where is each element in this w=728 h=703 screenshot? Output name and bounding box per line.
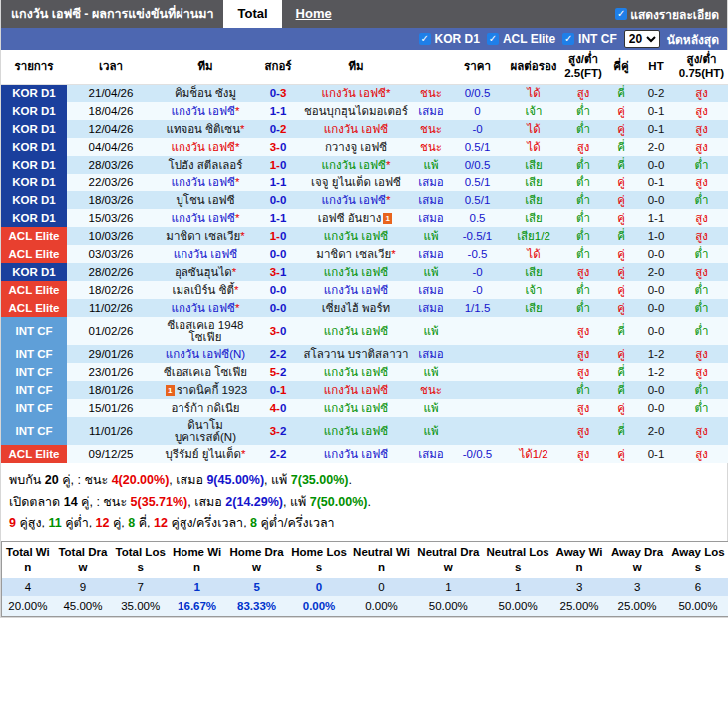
result-label: เสมอ	[412, 174, 450, 191]
half-time-score: 2-0	[638, 263, 674, 281]
away-team: เจจู ยูไนเต็ด เอฟซี	[300, 174, 412, 191]
home-asterisk: *	[235, 141, 239, 153]
tab-home[interactable]: Home	[282, 0, 346, 28]
away-goals: 0	[280, 402, 286, 414]
match-date: 15/03/26	[67, 209, 155, 227]
team-name: แกงวัน เอฟซี	[172, 302, 235, 314]
result-label: เสมอ	[412, 102, 450, 120]
home-asterisk: *	[240, 123, 244, 135]
half-time-score: 1-2	[638, 345, 674, 363]
handicap-result: เสีย	[505, 174, 562, 191]
stats-count: 3	[552, 578, 607, 596]
summary-segment: คู่สูง/ครึ่งเวลา,	[168, 516, 250, 529]
odd-even-result: คู่	[604, 281, 638, 299]
column-header: สูง/ต่ำ 2.5(FT)	[562, 50, 604, 84]
checkbox-icon[interactable]: ✓	[419, 33, 431, 45]
show-details-toggle[interactable]: ✓ แสดงรายละเอียด	[615, 5, 727, 24]
over-under-ht: สูง	[674, 363, 728, 381]
handicap-odds	[450, 417, 505, 445]
full-time-score: 0-3	[256, 84, 300, 102]
result-label: ชนะ	[412, 138, 450, 156]
summary-segment: 5(35.71%)	[131, 495, 188, 509]
over-under-ft: สูง	[562, 363, 604, 381]
match-row: KOR D104/04/26แกงวัน เอฟซี*3-0กวางจู เอฟ…	[1, 138, 728, 156]
filter-int-cf[interactable]: ✓ INT CF	[562, 32, 617, 46]
over-under-ft: ต่ำ	[562, 209, 604, 227]
handicap-result: ได้	[505, 120, 562, 138]
away-team: แกงวัน เอฟซี	[300, 417, 412, 445]
team-name: แกงวัน เอฟซี	[324, 402, 388, 414]
half-time-score: 0-0	[638, 381, 674, 399]
column-header: สูง/ต่ำ 0.75(HT)	[674, 50, 728, 84]
away-team: สโลวาน บราติสลาวา	[300, 345, 412, 363]
team-name: เจจู ยูไนเต็ด เอฟซี	[311, 176, 401, 188]
summary-segment: คู่, : ชนะ	[59, 473, 112, 487]
half-time-score: 0-1	[638, 102, 674, 120]
handicap-result: เสีย	[505, 263, 562, 281]
summary-segment: 7(35.00%)	[291, 473, 349, 487]
team-name: แกงวัน เอฟซี	[322, 159, 386, 171]
league-badge: KOR D1	[1, 174, 67, 191]
page-title: แกงวัน เอฟซี - ผลการแข่งขันที่ผ่านมา	[1, 4, 223, 24]
full-time-score: 0-0	[256, 245, 300, 263]
full-time-score: 1-1	[256, 174, 300, 191]
filter-kor-d1[interactable]: ✓ KOR D1	[419, 32, 480, 46]
summary-segment: 11	[48, 516, 61, 529]
match-row: KOR D128/03/26โปฮัง สตีลเลอร์1-0แกงวัน เ…	[1, 156, 728, 174]
home-asterisk: *	[232, 266, 236, 278]
handicap-result: เสีย	[505, 156, 562, 174]
show-details-checkbox-icon[interactable]: ✓	[615, 8, 627, 20]
away-goals: 0	[280, 159, 286, 171]
home-asterisk: *	[235, 212, 239, 224]
over-under-ft: สูง	[562, 138, 604, 156]
match-date: 11/02/26	[67, 299, 155, 317]
stats-percent: 25.00%	[552, 596, 607, 617]
full-time-score: 1-1	[256, 102, 300, 120]
match-count-suffix-label: นัดหลังสุด	[667, 30, 719, 49]
match-date: 18/04/26	[67, 102, 155, 120]
home-asterisk: *	[235, 176, 239, 188]
handicap-odds: -0	[450, 120, 505, 138]
over-under-ft: ต่ำ	[562, 281, 604, 299]
league-badge: ACL Elite	[1, 227, 67, 245]
handicap-odds	[450, 345, 505, 363]
league-badge: KOR D1	[1, 138, 67, 156]
full-time-score: 3-0	[256, 317, 300, 345]
handicap-odds: 0.5/1	[450, 174, 505, 191]
match-count-select[interactable]: 20	[624, 30, 660, 48]
result-label: เสมอ	[412, 299, 450, 317]
tab-total[interactable]: Total	[223, 0, 281, 28]
away-team: เซี่ยงไฮ้ พอร์ท	[300, 299, 412, 317]
handicap-result	[505, 345, 562, 363]
checkbox-icon[interactable]: ✓	[487, 33, 499, 45]
checkbox-icon[interactable]: ✓	[562, 33, 574, 45]
match-date: 23/01/26	[67, 363, 155, 381]
team-name: แกงวัน เอฟซี	[324, 425, 388, 437]
summary-segment: คู่, : ชนะ	[78, 495, 131, 509]
summary-segment: , เสมอ	[169, 473, 206, 487]
home-asterisk: *	[235, 105, 239, 117]
half-time-score: 1-2	[638, 363, 674, 381]
over-under-ft: ต่ำ	[562, 191, 604, 209]
team-name: แกงวัน เอฟซี	[322, 87, 386, 99]
stats-column-header: Away Draw	[606, 542, 667, 578]
away-goals: 0	[280, 194, 286, 206]
home-team: แกงวัน เอฟซี*	[155, 138, 256, 156]
league-badge: INT CF	[1, 381, 67, 399]
odd-even-result: คู่	[604, 263, 638, 281]
odd-even-result: คู่	[604, 345, 638, 363]
odd-even-result: คู่	[604, 209, 638, 227]
match-row: KOR D112/04/26แทจอน ซิติเซน*0-2แกงวัน เอ…	[1, 120, 728, 138]
half-time-score: 0-2	[638, 84, 674, 102]
summary-head-to-head: พบกัน 20 คู่, : ชนะ 4(20.00%), เสมอ 9(45…	[9, 470, 719, 491]
stats-column-header: Total Loss	[112, 542, 169, 578]
filter-acl-elite[interactable]: ✓ ACL Elite	[487, 32, 555, 46]
odd-even-result: คี่	[604, 317, 638, 345]
result-label: แพ้	[412, 363, 450, 381]
league-badge: INT CF	[1, 399, 67, 417]
over-under-ht: ต่ำ	[674, 381, 728, 399]
summary-section: พบกัน 20 คู่, : ชนะ 4(20.00%), เสมอ 9(45…	[1, 463, 727, 539]
team-name: บูโชน เอฟซี	[176, 194, 234, 206]
over-under-ft: สูง	[562, 399, 604, 417]
handicap-odds	[450, 399, 505, 417]
